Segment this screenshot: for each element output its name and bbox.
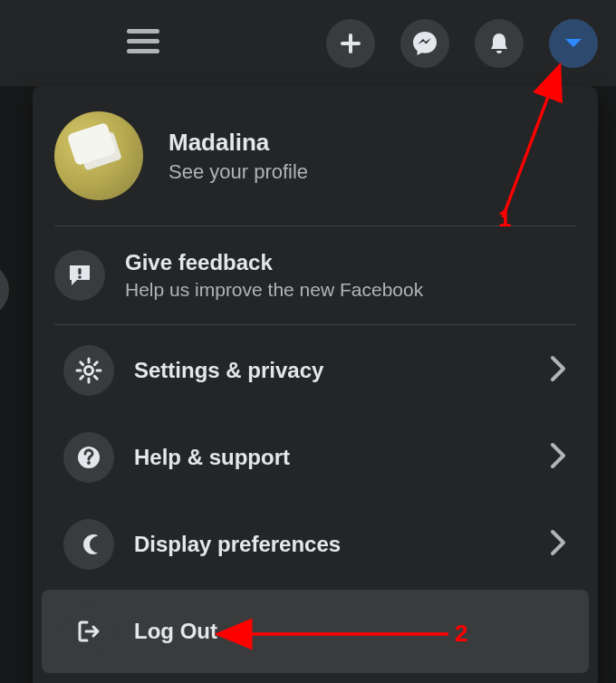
svg-rect-4: [341, 42, 361, 45]
side-decoration: [0, 263, 9, 317]
profile-subtitle: See your profile: [168, 160, 308, 184]
chevron-right-icon: [549, 354, 567, 387]
svg-line-13: [94, 376, 97, 379]
help-support-label: Help & support: [134, 445, 549, 470]
display-preferences-label: Display preferences: [134, 532, 549, 557]
svg-line-14: [94, 362, 97, 365]
messenger-icon: [411, 30, 438, 57]
svg-rect-0: [127, 29, 159, 34]
create-button[interactable]: [326, 19, 375, 68]
svg-point-7: [85, 367, 93, 375]
settings-privacy-label: Settings & privacy: [134, 358, 549, 383]
svg-point-17: [87, 461, 91, 465]
feedback-icon: [54, 250, 105, 301]
svg-rect-2: [127, 49, 159, 53]
chevron-right-icon: [549, 528, 567, 561]
help-support-item[interactable]: Help & support: [42, 416, 589, 499]
feedback-title: Give feedback: [125, 250, 423, 275]
messenger-button[interactable]: [400, 19, 449, 68]
feedback-subtitle: Help us improve the new Facebook: [125, 279, 423, 301]
account-menu-button[interactable]: [549, 19, 598, 68]
log-out-item[interactable]: Log Out: [42, 590, 589, 673]
account-dropdown: Madalina See your profile Give feedback …: [33, 86, 598, 683]
plus-icon: [339, 32, 362, 55]
logout-icon: [63, 606, 114, 657]
give-feedback-item[interactable]: Give feedback Help us improve the new Fa…: [33, 226, 598, 324]
profile-link[interactable]: Madalina See your profile: [33, 95, 598, 226]
moon-icon: [63, 519, 114, 570]
settings-privacy-item[interactable]: Settings & privacy: [42, 329, 589, 412]
profile-name: Madalina: [168, 129, 308, 157]
hamburger-menu-button[interactable]: [127, 29, 159, 58]
log-out-label: Log Out: [134, 619, 567, 644]
divider: [54, 324, 576, 325]
svg-point-6: [78, 275, 82, 279]
svg-rect-5: [78, 268, 81, 274]
notifications-button[interactable]: [475, 19, 524, 68]
avatar: [54, 111, 143, 200]
gear-icon: [63, 345, 114, 396]
svg-line-15: [81, 376, 83, 379]
svg-rect-1: [127, 39, 159, 43]
chevron-right-icon: [549, 441, 567, 474]
hamburger-icon: [127, 29, 159, 54]
bell-icon: [486, 31, 512, 56]
svg-line-12: [81, 362, 83, 365]
help-icon: [63, 432, 114, 483]
display-preferences-item[interactable]: Display preferences: [42, 503, 589, 586]
caret-down-icon: [563, 37, 583, 50]
